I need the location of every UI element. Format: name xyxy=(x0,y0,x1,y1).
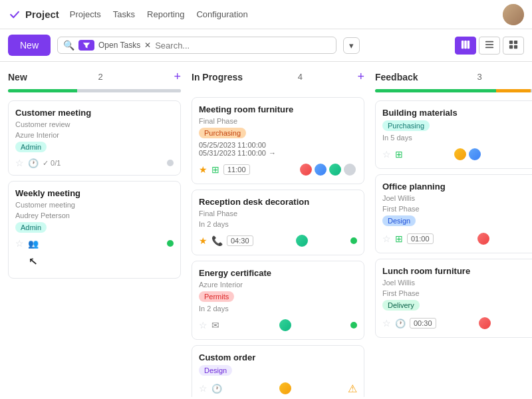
card-weekly-meeting[interactable]: Weekly meeting Customer meeting Audrey P… xyxy=(8,181,181,279)
card-sub: Joel Willis xyxy=(382,279,532,287)
nav-configuration[interactable]: Configuration xyxy=(196,9,247,19)
filter-icon xyxy=(82,41,90,49)
col-add-new[interactable]: + xyxy=(174,70,181,84)
col-count-new: 2 xyxy=(98,72,103,82)
star-icon[interactable]: ☆ xyxy=(199,383,207,394)
star-icon[interactable]: ☆ xyxy=(382,149,391,160)
card-reception-desk[interactable]: Reception desk decoration Final Phase In… xyxy=(192,190,364,255)
list-icon xyxy=(485,40,494,49)
card-customer-meeting[interactable]: Customer meeting Customer review Azure I… xyxy=(8,100,181,176)
time-badge: 04:30 xyxy=(227,235,253,246)
view-kanban[interactable] xyxy=(455,37,476,55)
star-icon[interactable]: ☆ xyxy=(382,233,391,244)
svg-rect-8 xyxy=(509,45,513,48)
view-grid[interactable] xyxy=(503,37,524,55)
progress-seg-green xyxy=(8,89,77,92)
avatars xyxy=(278,318,293,332)
star-icon[interactable]: ★ xyxy=(199,235,207,246)
avatars xyxy=(295,233,309,248)
card-sub: Customer meeting xyxy=(15,201,174,209)
card-tag: Design xyxy=(199,365,232,376)
user-avatar[interactable] xyxy=(503,4,524,25)
star-icon[interactable]: ★ xyxy=(199,164,207,175)
svg-rect-7 xyxy=(514,40,517,43)
card-energy-certificate[interactable]: Energy certificate Azure Interior Permit… xyxy=(192,261,364,340)
col-title-feedback: Feedback xyxy=(375,72,418,82)
grid-icon: ⊞ xyxy=(395,149,403,160)
card-tag: Purchasing xyxy=(199,128,246,138)
column-feedback: Feedback 3 + Building materials Purchasi… xyxy=(375,70,532,389)
col-title-in-progress: In Progress xyxy=(192,72,243,82)
search-icon: 🔍 xyxy=(63,40,74,51)
card-sub2: Azure Interior xyxy=(15,131,174,139)
clock-icon: 🕐 xyxy=(211,384,222,394)
card-lunch-room[interactable]: Lunch room furniture Joel Willis First P… xyxy=(375,259,532,338)
card-title: Weekly meeting xyxy=(15,188,174,198)
avatars xyxy=(453,147,482,162)
card-custom-order[interactable]: Custom order Design ☆ 🕐 ⚠ xyxy=(192,345,364,397)
filter-remove[interactable]: ✕ xyxy=(144,41,151,50)
card-title: Customer meeting xyxy=(15,108,174,118)
status-dot xyxy=(167,160,174,166)
clock-icon: 🕐 xyxy=(395,319,406,329)
new-button[interactable]: New xyxy=(8,35,51,56)
clock-icon: 🕐 xyxy=(28,158,39,168)
card-footer: ★ 📞 04:30 xyxy=(199,233,357,248)
avatars xyxy=(476,231,491,246)
card-tag: Purchasing xyxy=(382,120,430,131)
nav-reporting[interactable]: Reporting xyxy=(147,9,184,19)
svg-rect-1 xyxy=(464,40,467,48)
grid-icon: ⊞ xyxy=(211,164,219,175)
kanban-icon xyxy=(461,40,470,49)
people-icon: 👥 xyxy=(28,239,39,249)
card-tag: Admin xyxy=(15,142,47,152)
checklist: ✓ 0/1 xyxy=(43,159,61,168)
nav-projects[interactable]: Projects xyxy=(70,9,101,19)
avatar-1 xyxy=(476,231,491,246)
card-footer: ☆ 👥 xyxy=(15,238,174,249)
view-list[interactable] xyxy=(479,37,500,55)
card-title: Meeting room furniture xyxy=(199,104,357,114)
card-meeting-room[interactable]: Meeting room furniture Final Phase Purch… xyxy=(192,97,364,184)
card-sub: Final Phase xyxy=(199,209,357,217)
search-input[interactable] xyxy=(155,41,331,51)
avatar-2 xyxy=(467,147,482,162)
avatar-3 xyxy=(328,162,342,177)
card-sub2: Audrey Peterson xyxy=(15,211,174,219)
brand-name: Project xyxy=(25,9,59,20)
avatars xyxy=(299,162,357,177)
avatar-1 xyxy=(453,147,467,162)
avatar-1 xyxy=(295,233,309,248)
svg-rect-3 xyxy=(485,41,493,42)
card-sub: Final Phase xyxy=(199,117,357,125)
star-icon[interactable]: ☆ xyxy=(15,238,24,249)
svg-rect-0 xyxy=(462,40,464,48)
top-navigation: Project Projects Tasks Reporting Configu… xyxy=(0,0,532,29)
kanban-board: New 2 + Customer meeting Customer review… xyxy=(0,62,532,397)
nav-tasks[interactable]: Tasks xyxy=(113,9,135,19)
search-dropdown[interactable]: ▾ xyxy=(343,37,360,54)
card-title: Lunch room furniture xyxy=(382,266,532,276)
col-header-feedback: Feedback 3 + xyxy=(375,70,532,84)
col-count-feedback: 3 xyxy=(477,72,481,82)
col-add-in-progress[interactable]: + xyxy=(357,70,364,84)
col-title-new: New xyxy=(8,72,27,82)
card-office-planning[interactable]: Office planning Joel Willis First Phase … xyxy=(375,174,532,253)
status-dot xyxy=(350,237,357,244)
star-icon[interactable]: ☆ xyxy=(382,318,391,329)
star-icon[interactable]: ☆ xyxy=(15,158,24,168)
card-building-materials[interactable]: Building materials Purchasing In 5 days … xyxy=(375,100,532,169)
filter-text: Open Tasks xyxy=(98,41,140,50)
cursor-pointer: ↖ xyxy=(28,251,38,268)
card-tag: Permits xyxy=(199,291,234,302)
star-icon[interactable]: ☆ xyxy=(199,320,207,331)
date2: 05/31/2023 11:00:00 xyxy=(199,149,266,157)
svg-rect-2 xyxy=(467,40,470,48)
avatar-2 xyxy=(313,162,328,177)
mail-icon: ✉ xyxy=(211,320,219,331)
card-duration: In 2 days xyxy=(199,220,357,228)
card-tag: Design xyxy=(382,215,416,226)
card-footer: ☆ 🕐 ✓ 0/1 xyxy=(15,158,174,168)
time-badge: 00:30 xyxy=(410,318,436,329)
arrow-icon: → xyxy=(269,149,276,157)
